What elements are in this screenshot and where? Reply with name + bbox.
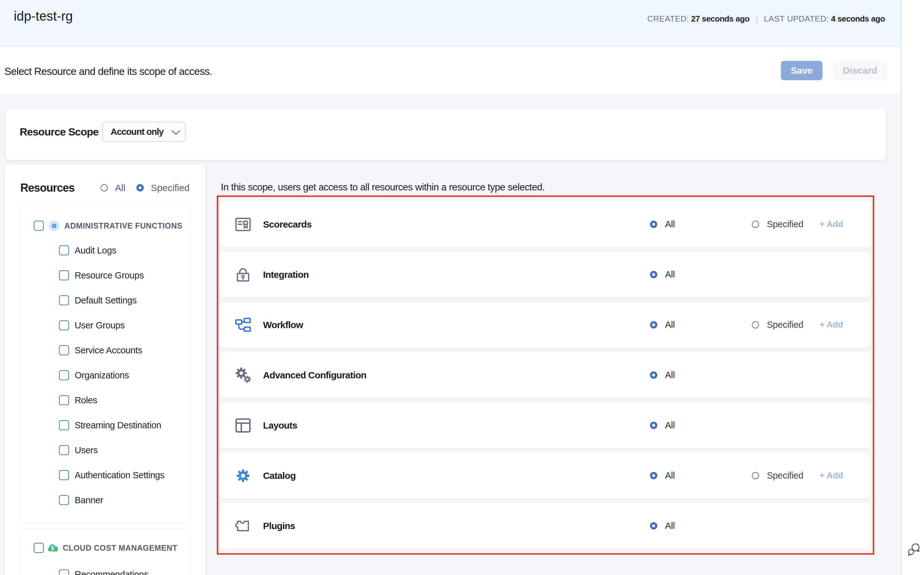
group-label: ADMINISTRATIVE FUNCTIONS [64, 221, 182, 230]
resource-row-workflow: Workflow All Specified + Add [220, 302, 871, 348]
item-checkbox[interactable] [59, 345, 69, 355]
resource-item-service-accounts: Service Accounts [21, 343, 190, 358]
all-radio[interactable] [650, 271, 657, 278]
row-label: Layouts [263, 420, 297, 431]
catalog-all-option: All [650, 470, 675, 481]
item-checkbox[interactable] [59, 569, 69, 575]
resource-item-organizations: Organizations [21, 368, 190, 383]
resource-scope-label: Resource Scope [20, 108, 99, 160]
item-label: Default Settings [75, 295, 137, 306]
meta-info: CREATED: 27 seconds ago | LAST UPDATED: … [647, 14, 885, 24]
all-label: All [665, 269, 675, 280]
cloud-dollar-icon: $ [48, 544, 58, 551]
group-label: CLOUD COST MANAGEMENT [63, 543, 177, 553]
all-label: All [665, 320, 675, 330]
scorecards-specified-option: Specified [752, 219, 803, 229]
all-radio[interactable] [650, 372, 657, 379]
catalog-specified-option: Specified [752, 470, 803, 481]
resource-row-plugins: Plugins All [220, 503, 871, 549]
item-checkbox[interactable] [59, 320, 69, 330]
scorecards-all-option: All [650, 219, 675, 229]
item-checkbox[interactable] [59, 420, 69, 430]
gear-icon [49, 221, 59, 231]
resource-item-resource-groups: Resource Groups [21, 268, 190, 283]
group-checkbox[interactable] [34, 221, 44, 231]
main-area: idp-test-rg CREATED: 27 seconds ago | LA… [0, 0, 901, 575]
item-label: Audit Logs [75, 245, 116, 256]
group-cloud-cost-management: $ CLOUD COST MANAGEMENT Recommendations [20, 529, 191, 575]
specified-radio[interactable] [752, 472, 759, 479]
chat-bubbles-icon[interactable] [907, 543, 921, 556]
item-checkbox[interactable] [59, 495, 69, 505]
resource-item-audit-logs: Audit Logs [21, 243, 190, 258]
specified-label: Specified [767, 470, 803, 481]
item-checkbox[interactable] [59, 295, 69, 305]
resource-item-authentication-settings: Authentication Settings [21, 468, 190, 483]
resource-scope-card: Resource Scope Account only [6, 108, 886, 160]
resources-specified-radio[interactable] [137, 184, 144, 191]
group-header: $ CLOUD COST MANAGEMENT [21, 538, 190, 558]
add-link[interactable]: + Add [820, 471, 843, 480]
item-label: Organizations [75, 370, 129, 381]
layouts-all-option: All [650, 420, 675, 430]
page-title: idp-test-rg [14, 9, 73, 24]
all-label: All [665, 470, 675, 481]
item-label: Roles [75, 395, 97, 405]
resource-item-users: Users [21, 443, 190, 457]
specified-radio[interactable] [752, 321, 759, 329]
lock-icon [235, 267, 251, 283]
resource-item-default-settings: Default Settings [21, 293, 190, 308]
integration-all-option: All [650, 269, 675, 280]
item-checkbox[interactable] [59, 395, 69, 405]
row-label: Integration [263, 269, 309, 280]
workflow-specified-option: Specified [752, 320, 803, 330]
specified-radio[interactable] [752, 221, 759, 228]
all-radio[interactable] [650, 321, 657, 329]
all-radio[interactable] [650, 221, 657, 228]
resource-row-scorecards: Scorecards All Specified + Add [220, 201, 871, 247]
scorecard-icon [235, 217, 251, 232]
item-label: Banner [75, 495, 103, 505]
discard-button[interactable]: Discard [833, 61, 887, 80]
resource-scope-select[interactable]: Account only [102, 122, 186, 142]
plugins-all-option: All [650, 521, 675, 531]
advanced-configuration-all-option: All [650, 370, 675, 380]
all-label: All [665, 370, 675, 380]
item-checkbox[interactable] [59, 445, 69, 455]
add-link[interactable]: + Add [820, 219, 843, 229]
save-button[interactable]: Save [781, 61, 822, 80]
item-checkbox[interactable] [59, 470, 69, 480]
all-radio[interactable] [650, 522, 657, 529]
group-administrative-functions: ADMINISTRATIVE FUNCTIONS Audit Logs Reso… [20, 205, 191, 523]
group-header: ADMINISTRATIVE FUNCTIONS [21, 216, 190, 236]
resources-radio-group: All Specified [100, 168, 190, 208]
item-label: User Groups [75, 320, 125, 330]
item-label: Recommendations [75, 569, 148, 575]
created-label: CREATED: [647, 14, 689, 24]
page: idp-test-rg CREATED: 27 seconds ago | LA… [0, 0, 924, 575]
right-side-strip [901, 0, 924, 575]
resources-specified-label: Specified [151, 183, 189, 193]
resource-row-integration: Integration All [220, 252, 871, 297]
row-label: Scorecards [263, 219, 311, 230]
all-label: All [665, 521, 675, 531]
resource-item-streaming-destination: Streaming Destination [21, 418, 190, 433]
all-radio[interactable] [650, 472, 657, 479]
all-label: All [665, 420, 675, 430]
item-checkbox[interactable] [59, 245, 69, 255]
item-checkbox[interactable] [59, 270, 69, 280]
group-checkbox[interactable] [34, 543, 44, 553]
scope-intro-text: In this scope, users get access to all r… [221, 182, 545, 193]
toolbar-instruction: Select Resource and define its scope of … [4, 48, 212, 95]
item-label: Streaming Destination [75, 420, 161, 430]
row-label: Plugins [263, 521, 295, 531]
updated-value: 4 seconds ago [831, 14, 885, 24]
item-checkbox[interactable] [59, 370, 69, 380]
resources-all-radio[interactable] [100, 184, 108, 191]
all-label: All [665, 219, 675, 229]
resources-title: Resources [20, 168, 74, 208]
workflow-all-option: All [650, 320, 675, 330]
specified-label: Specified [767, 320, 803, 330]
add-link[interactable]: + Add [820, 320, 843, 330]
all-radio[interactable] [650, 422, 657, 429]
